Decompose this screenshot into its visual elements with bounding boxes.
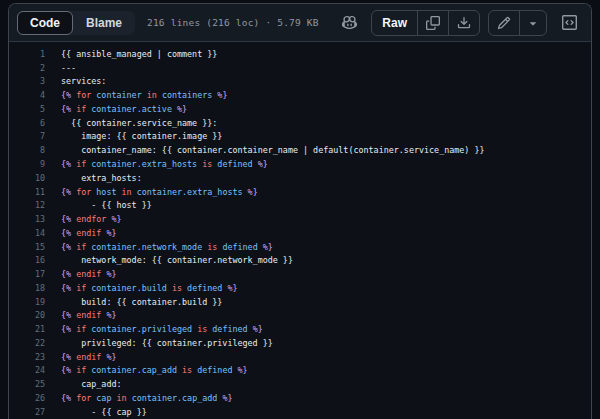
line-content: {{ container.service_name }}: — [45, 118, 217, 128]
line-number[interactable]: 13 — [9, 214, 45, 224]
code-line: 21{% if container.privileged is defined … — [9, 322, 591, 336]
code-line: 25 cap_add: — [9, 377, 591, 391]
raw-button[interactable]: Raw — [372, 11, 417, 35]
line-content: {{ ansible_managed | comment }} — [45, 49, 217, 59]
line-content: --- — [45, 63, 76, 73]
download-button[interactable] — [448, 11, 479, 35]
code-view: 1{{ ansible_managed | comment }}2---3ser… — [9, 42, 591, 419]
line-number[interactable]: 23 — [9, 352, 45, 362]
line-number[interactable]: 2 — [9, 63, 45, 73]
line-content: services: — [45, 76, 106, 86]
line-content: build: {{ container.build }} — [45, 297, 222, 307]
code-line: 18{% if container.build is defined %} — [9, 281, 591, 295]
line-number[interactable]: 14 — [9, 228, 45, 238]
file-view-panel: Code Blame 216 lines (216 loc) · 5.79 KB… — [8, 3, 592, 419]
code-line: 10 extra_hosts: — [9, 171, 591, 185]
line-number[interactable]: 11 — [9, 187, 45, 197]
line-content: network_mode: {{ container.network_mode … — [45, 255, 293, 265]
line-content: image: {{ container.image }} — [45, 131, 222, 141]
line-number[interactable]: 24 — [9, 365, 45, 375]
edit-button[interactable] — [489, 11, 519, 35]
line-content: - {{ host }} — [45, 200, 152, 210]
code-line: 27 - {{ cap }} — [9, 405, 591, 419]
line-content: {% endfor %} — [45, 214, 122, 224]
line-content: {% if container.network_mode is defined … — [45, 242, 273, 252]
toolbar-right: Raw — [335, 10, 583, 36]
line-number[interactable]: 26 — [9, 393, 45, 403]
tab-code[interactable]: Code — [17, 11, 73, 35]
download-icon — [457, 16, 471, 30]
line-number[interactable]: 19 — [9, 297, 45, 307]
line-content: privileged: {{ container.privileged }} — [45, 338, 273, 348]
line-number[interactable]: 3 — [9, 76, 45, 86]
line-number[interactable]: 17 — [9, 269, 45, 279]
line-number[interactable]: 12 — [9, 200, 45, 210]
tab-blame[interactable]: Blame — [73, 11, 135, 35]
line-content: {% for cap in container.cap_add %} — [45, 393, 232, 403]
code-line: 1{{ ansible_managed | comment }} — [9, 47, 591, 61]
line-content: {% if container.build is defined %} — [45, 283, 238, 293]
copilot-button[interactable] — [335, 10, 363, 36]
edit-dropdown-button[interactable] — [519, 11, 546, 35]
code-line: 19 build: {{ container.build }} — [9, 295, 591, 309]
line-number[interactable]: 8 — [9, 145, 45, 155]
toolbar-left: Code Blame 216 lines (216 loc) · 5.79 KB — [17, 11, 319, 35]
line-content: {% if container.privileged is defined %} — [45, 324, 263, 334]
line-content: extra_hosts: — [45, 173, 142, 183]
copilot-icon — [342, 15, 357, 30]
line-number[interactable]: 1 — [9, 49, 45, 59]
line-content: {% for host in container.extra_hosts %} — [45, 187, 258, 197]
line-content: {% if container.cap_add is defined %} — [45, 365, 248, 375]
line-content: {% if container.active %} — [45, 104, 187, 114]
line-number[interactable]: 25 — [9, 379, 45, 389]
line-number[interactable]: 15 — [9, 242, 45, 252]
symbols-button[interactable] — [555, 10, 583, 36]
code-line: 5{% if container.active %} — [9, 102, 591, 116]
edit-group — [488, 10, 547, 36]
code-square-icon — [562, 15, 577, 30]
line-content: {% endif %} — [45, 228, 117, 238]
code-line: 20{% endif %} — [9, 309, 591, 323]
code-line: 24{% if container.cap_add is defined %} — [9, 364, 591, 378]
code-line: 9{% if container.extra_hosts is defined … — [9, 157, 591, 171]
line-number[interactable]: 6 — [9, 118, 45, 128]
code-line: 12 - {{ host }} — [9, 198, 591, 212]
code-line: 26{% for cap in container.cap_add %} — [9, 391, 591, 405]
copy-button[interactable] — [417, 11, 448, 35]
code-line: 4{% for container in containers %} — [9, 88, 591, 102]
line-content: {% endif %} — [45, 352, 117, 362]
line-number[interactable]: 27 — [9, 407, 45, 417]
line-number[interactable]: 4 — [9, 90, 45, 100]
code-line: 7 image: {{ container.image }} — [9, 130, 591, 144]
line-number[interactable]: 16 — [9, 255, 45, 265]
line-content: {% endif %} — [45, 269, 117, 279]
code-line: 3services: — [9, 75, 591, 89]
line-number[interactable]: 22 — [9, 338, 45, 348]
copy-icon — [426, 16, 440, 30]
code-line: 6 {{ container.service_name }}: — [9, 116, 591, 130]
line-content: {% endif %} — [45, 310, 117, 320]
line-number[interactable]: 18 — [9, 283, 45, 293]
line-number[interactable]: 10 — [9, 173, 45, 183]
code-line: 15{% if container.network_mode is define… — [9, 240, 591, 254]
file-info: 216 lines (216 loc) · 5.79 KB — [147, 17, 319, 28]
line-content: {% for container in containers %} — [45, 90, 227, 100]
code-line: 13{% endfor %} — [9, 212, 591, 226]
line-number[interactable]: 21 — [9, 324, 45, 334]
line-content: cap_add: — [45, 379, 122, 389]
code-line: 22 privileged: {{ container.privileged }… — [9, 336, 591, 350]
raw-actions-group: Raw — [371, 10, 480, 36]
code-line: 11{% for host in container.extra_hosts %… — [9, 185, 591, 199]
pencil-icon — [497, 16, 511, 30]
page-background: Code Blame 216 lines (216 loc) · 5.79 KB… — [0, 0, 600, 419]
code-blame-switcher: Code Blame — [17, 11, 135, 35]
triangle-down-icon — [526, 16, 540, 30]
line-number[interactable]: 5 — [9, 104, 45, 114]
code-line: 23{% endif %} — [9, 350, 591, 364]
code-line: 8 container_name: {{ container.container… — [9, 143, 591, 157]
line-number[interactable]: 20 — [9, 310, 45, 320]
line-number[interactable]: 7 — [9, 131, 45, 141]
line-number[interactable]: 9 — [9, 159, 45, 169]
code-line: 16 network_mode: {{ container.network_mo… — [9, 253, 591, 267]
code-line: 14{% endif %} — [9, 226, 591, 240]
